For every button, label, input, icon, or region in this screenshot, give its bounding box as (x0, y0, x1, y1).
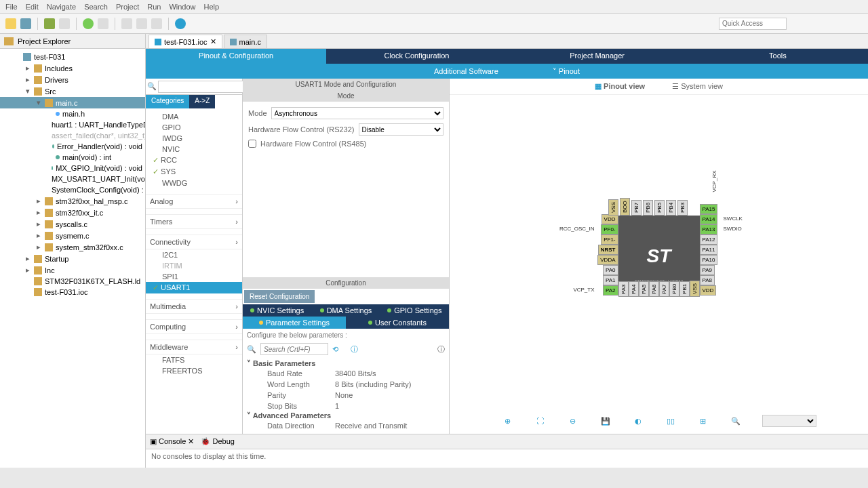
pin[interactable]: VDD (700, 285, 717, 296)
tool-icon[interactable] (151, 18, 162, 29)
fit-icon[interactable]: ⛶ (534, 415, 547, 427)
tab-debug[interactable]: 🐞 Debug (201, 437, 234, 446)
menu-project[interactable]: Project (116, 3, 139, 11)
pin[interactable]: VSS (608, 199, 618, 216)
tab-gpio-settings[interactable]: GPIO Settings (380, 304, 449, 317)
tree-item[interactable]: MX_USART1_UART_Init(void) : v (0, 174, 145, 184)
search-icon[interactable]: 🔍 (730, 415, 742, 427)
hammer-icon[interactable] (59, 18, 70, 29)
pin[interactable]: PF1- (601, 235, 618, 245)
tab-user-constants[interactable]: User Constants (346, 317, 449, 329)
pin[interactable]: PB7 (631, 200, 642, 216)
param-row[interactable]: Stop Bits1 (247, 401, 445, 411)
stack-icon[interactable]: ▯▯ (665, 415, 677, 427)
peripheral-search-input[interactable] (158, 81, 251, 93)
tree-item[interactable]: assert_failed(char*, uint32_t) : v (0, 130, 145, 141)
tree-item[interactable]: test-F031.ioc (0, 287, 145, 298)
project-tree[interactable]: test-F031▸Includes▸Drivers▾Src▾main.cmai… (0, 49, 145, 468)
pin[interactable]: VDDA (597, 255, 618, 265)
quick-access-input[interactable] (719, 18, 787, 30)
debug-icon[interactable] (98, 18, 108, 29)
build-icon[interactable] (44, 18, 55, 29)
peripheral-item[interactable]: SPI1 (146, 271, 242, 282)
tree-item[interactable]: ▸stm32f0xx_it.c (0, 207, 145, 218)
peripheral-item[interactable]: NVIC (146, 144, 242, 155)
pin[interactable]: PA15 (700, 204, 718, 214)
tree-item[interactable]: test-F031 (0, 52, 145, 62)
pin[interactable]: PA11 (700, 245, 718, 255)
tab-ioc[interactable]: test-F031.ioc ✕ (149, 35, 222, 48)
zoom-out-icon[interactable]: ⊖ (567, 415, 579, 427)
tree-item[interactable]: main.h (0, 108, 145, 119)
pin[interactable]: PA9 (700, 265, 715, 275)
tree-item[interactable]: ▸Includes (0, 62, 145, 74)
advanced-params-header[interactable]: ˅ Advanced Parameters (247, 411, 445, 420)
tab-nvic-settings[interactable]: NVIC Settings (243, 304, 311, 317)
peripheral-item[interactable]: GPIO (146, 122, 242, 133)
pin[interactable]: PB4 (666, 200, 676, 216)
pin[interactable]: PA10 (700, 255, 718, 265)
pin[interactable]: PA6 (649, 281, 659, 297)
peripheral-item[interactable]: DMA (146, 111, 242, 122)
peripheral-item[interactable]: FATFS (146, 354, 242, 365)
pin[interactable]: PA14 (700, 214, 718, 224)
tab-pinout-configuration[interactable]: Pinout & Configuration (146, 49, 326, 64)
param-row[interactable]: Word Length8 Bits (including Parity) (247, 379, 445, 390)
chip-viewer[interactable]: ST STM32F031K6Tx LQFP32 VDDPF0-RCC_OSC_I… (450, 95, 868, 434)
menu-window[interactable]: Window (169, 3, 195, 11)
tool-icon[interactable] (136, 18, 147, 29)
pin[interactable]: PB5 (654, 200, 665, 216)
pin[interactable]: PB6 (643, 200, 653, 216)
category-group[interactable]: Middleware› (146, 340, 242, 354)
peripheral-item[interactable]: WWDG (146, 178, 242, 188)
tree-item[interactable]: ▾main.c (0, 97, 145, 108)
grid-icon[interactable]: ⊞ (697, 415, 709, 427)
reset-icon[interactable]: ⟲ (332, 345, 338, 354)
close-icon[interactable]: ✕ (210, 37, 216, 46)
tree-item[interactable]: ▸Drivers (0, 74, 145, 85)
info-icon[interactable]: ⓘ (351, 344, 358, 354)
menu-edit[interactable]: Edit (26, 3, 39, 11)
pin[interactable]: PA5 (639, 281, 649, 297)
param-row[interactable]: Baud Rate38400 Bits/s (247, 368, 445, 379)
new-icon[interactable] (5, 18, 16, 29)
category-group[interactable]: Analog› (146, 194, 242, 209)
pin[interactable]: BOO (620, 198, 630, 216)
peripheral-item[interactable]: I2C1 (146, 249, 242, 260)
tab-clock-configuration[interactable]: Clock Configuration (326, 49, 507, 64)
tab-system-view[interactable]: ☰ System view (672, 82, 723, 91)
pin[interactable]: VDD (601, 214, 618, 224)
tab-tools[interactable]: Tools (688, 49, 868, 64)
category-group[interactable]: Computing› (146, 319, 242, 334)
tree-item[interactable]: main(void) : int (0, 152, 145, 163)
pin[interactable]: PB0 (669, 281, 679, 297)
help-icon[interactable]: ⓘ (437, 344, 445, 354)
pin[interactable]: PA8 (700, 275, 715, 285)
tree-item[interactable]: MX_GPIO_Init(void) : void (0, 163, 145, 174)
pinout-dropdown[interactable]: ˅ Pinout (553, 67, 580, 76)
pin[interactable]: PA7 (659, 281, 669, 297)
pin[interactable]: NRST (598, 245, 618, 255)
rotate-icon[interactable]: ◐ (632, 415, 644, 427)
tab-parameter-settings[interactable]: Parameter Settings (243, 317, 346, 329)
tree-item[interactable]: ▸system_stm32f0xx.c (0, 241, 145, 253)
zoom-in-icon[interactable]: ⊕ (502, 415, 514, 427)
reset-configuration-button[interactable]: Reset Configuration (244, 290, 315, 303)
tree-item[interactable]: huart1 : UART_HandleTypeDef (0, 119, 145, 130)
tool-icon[interactable] (121, 18, 132, 29)
param-row[interactable]: Data DirectionReceive and Transmit (247, 420, 445, 431)
save-icon[interactable]: 💾 (599, 415, 612, 427)
pin[interactable]: PB3 (677, 200, 688, 216)
menu-help[interactable]: Help (204, 3, 220, 11)
category-group[interactable]: Timers› (146, 214, 242, 229)
pin[interactable]: PA2 (603, 285, 618, 296)
peripheral-item[interactable]: USART1 (146, 282, 242, 293)
peripheral-item[interactable]: RCC (146, 155, 242, 166)
tab-categories[interactable]: Categories (146, 95, 189, 108)
tree-item[interactable]: ▸syscalls.c (0, 218, 145, 230)
category-group[interactable]: Connectivity› (146, 235, 242, 249)
menu-run[interactable]: Run (147, 3, 161, 11)
pin[interactable]: PF0- (601, 224, 618, 235)
pin[interactable]: PA0 (603, 265, 618, 275)
tree-item[interactable]: ▸sysmem.c (0, 230, 145, 241)
